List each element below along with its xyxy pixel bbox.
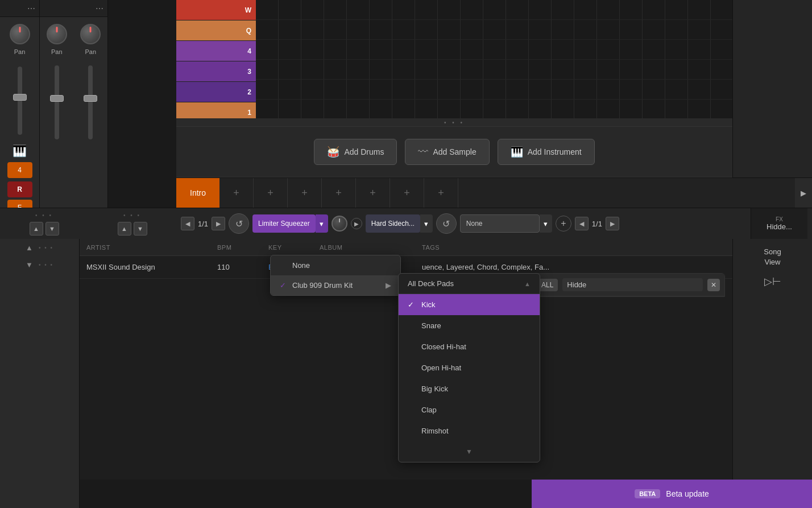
dropdown-none[interactable]: None bbox=[271, 255, 400, 275]
track-lane-2[interactable]: 2 bbox=[176, 82, 256, 102]
bottom-arrow-up[interactable]: ▲ bbox=[26, 243, 33, 252]
pad-type-kick[interactable]: ✓ Kick bbox=[399, 294, 540, 315]
add-drums-button[interactable]: 🥁 Add Drums bbox=[314, 139, 397, 165]
plus-tab-1[interactable]: + bbox=[219, 177, 254, 208]
sidechain-plugin-button[interactable]: Hard Sidech... bbox=[366, 214, 420, 233]
channel-1-header: ⋯ bbox=[0, 0, 39, 17]
big-kick-check bbox=[408, 385, 417, 393]
mixer-nav-left-2[interactable]: ◀ bbox=[575, 217, 589, 230]
icon-btn-4[interactable]: 4 bbox=[7, 162, 32, 178]
clap-label: Clap bbox=[421, 406, 437, 414]
pad-type-open-hihat[interactable]: Open Hi-hat bbox=[399, 357, 540, 378]
bottom-arrow-down[interactable]: ▼ bbox=[26, 261, 33, 269]
pad-scroll-up[interactable]: ▲ bbox=[524, 280, 531, 287]
channel-2-knobs: Pan Pan bbox=[40, 17, 107, 55]
track-label-4: 4 bbox=[247, 47, 251, 55]
beta-text: Beta update bbox=[666, 489, 709, 498]
channel-2-header: ⋯ bbox=[40, 0, 107, 17]
mixer-add-btn[interactable]: + bbox=[556, 216, 571, 232]
track-label-w: W bbox=[245, 6, 251, 14]
pan-knob-2-section: Pan bbox=[47, 24, 67, 55]
track-lanes: W Q 4 3 2 1 bbox=[176, 0, 256, 119]
intro-tab[interactable]: Intro bbox=[176, 177, 219, 208]
sidechain-dropdown-btn[interactable]: ▾ bbox=[420, 214, 433, 233]
browser-close-btn[interactable]: ✕ bbox=[707, 279, 720, 291]
browser-panel: ALL ✕ bbox=[532, 273, 725, 297]
arrangement-arrow-right[interactable]: ▶ bbox=[795, 177, 812, 208]
track-lane-w[interactable]: W bbox=[176, 0, 256, 20]
icon-btn-r[interactable]: R bbox=[7, 181, 32, 197]
pad-type-menu: All Deck Pads ▲ ✓ Kick Snare Closed Hi-h… bbox=[398, 273, 540, 462]
add-instrument-button[interactable]: 🎹 Add Instrument bbox=[498, 139, 595, 165]
fx-value: Hidde... bbox=[767, 222, 792, 231]
mixer-dots-2: • • • bbox=[123, 212, 141, 218]
browser-search-input[interactable] bbox=[562, 278, 703, 291]
fader-track-2a[interactable] bbox=[55, 65, 59, 139]
add-sample-button[interactable]: 〰 Add Sample bbox=[405, 139, 489, 165]
pad-type-snare[interactable]: Snare bbox=[399, 315, 540, 336]
plus-tab-5[interactable]: + bbox=[356, 177, 390, 208]
right-panel bbox=[732, 0, 812, 208]
pad-type-big-kick[interactable]: Big Kick bbox=[399, 378, 540, 399]
mixer-counter-right: 1/1 bbox=[592, 220, 602, 228]
piano-icon-btn[interactable]: 🎹 bbox=[13, 144, 27, 158]
snare-check bbox=[408, 321, 417, 330]
dropdown-club909[interactable]: ✓ Club 909 Drum Kit ▶ bbox=[271, 275, 400, 295]
pan-knob-2b[interactable] bbox=[80, 24, 101, 44]
channel-1-dots: ⋯ bbox=[27, 4, 36, 13]
fader-track-1[interactable] bbox=[18, 67, 22, 135]
pad-scroll-down[interactable]: ▼ bbox=[466, 448, 473, 456]
channel-1: ⋯ Pan 🎹 4 R F V bbox=[0, 0, 40, 239]
mixer-nav-right[interactable]: ▶ bbox=[212, 217, 225, 230]
limiter-dropdown-btn[interactable]: ▾ bbox=[316, 214, 328, 233]
mixer-chevron-up-2[interactable]: ▲ bbox=[118, 222, 131, 236]
track-lane-4[interactable]: 4 bbox=[176, 41, 256, 61]
pan-knob-3-section: Pan bbox=[80, 24, 101, 55]
closed-hihat-label: Closed Hi-hat bbox=[421, 342, 466, 351]
pan-knob-2a[interactable] bbox=[47, 24, 67, 44]
rotate-button[interactable]: ↺ bbox=[229, 213, 249, 234]
mixer-nav-left[interactable]: ◀ bbox=[181, 217, 194, 230]
plus-tab-7[interactable]: + bbox=[424, 177, 458, 208]
bottom-arrows-row: ▲ • • • bbox=[0, 239, 79, 256]
mixer-chevron-down-2[interactable]: ▼ bbox=[134, 222, 147, 236]
track-lane-3[interactable]: 3 bbox=[176, 61, 256, 82]
fader-handle-2a[interactable] bbox=[50, 95, 64, 102]
fader-track-2b[interactable] bbox=[88, 65, 93, 139]
mixer-nav-right-2[interactable]: ▶ bbox=[606, 217, 619, 230]
fx-panel[interactable]: FX Hidde... bbox=[751, 208, 807, 239]
mixer-left-controls: • • • ▲ ▼ bbox=[30, 212, 59, 236]
plus-tab-2[interactable]: + bbox=[254, 177, 288, 208]
mixer-chevron-up[interactable]: ▲ bbox=[30, 222, 43, 236]
channel-2-faders bbox=[40, 61, 107, 144]
cell-tags: uence, Layered, Chord, Complex, Fa... bbox=[415, 263, 732, 271]
fader-handle-2b[interactable] bbox=[84, 95, 97, 102]
mixer-dots-1: • • • bbox=[35, 212, 53, 218]
limiter-plugin-button[interactable]: Limiter Squeezer bbox=[252, 214, 316, 233]
plus-tab-6[interactable]: + bbox=[390, 177, 424, 208]
limiter-plugin-label: Limiter Squeezer bbox=[258, 220, 310, 228]
snare-label: Snare bbox=[421, 321, 441, 330]
dots-divider: • • • bbox=[176, 118, 732, 126]
add-instrument-icon: 🎹 bbox=[511, 146, 523, 158]
fader-1-section bbox=[18, 62, 22, 139]
channel-2-dots: ⋯ bbox=[96, 4, 104, 13]
beta-update-bar[interactable]: BETA Beta update bbox=[532, 480, 812, 508]
plus-tab-4[interactable]: + bbox=[322, 177, 356, 208]
mixer-chevron-down[interactable]: ▼ bbox=[45, 222, 59, 236]
none-plugin-button[interactable]: None bbox=[460, 214, 540, 233]
plus-tab-3[interactable]: + bbox=[288, 177, 322, 208]
arrangement-toolbar: Intro + + + + + + + ▶ bbox=[176, 177, 812, 208]
song-view-panel: SongView ▷⊢ bbox=[732, 239, 812, 508]
track-lane-q[interactable]: Q bbox=[176, 20, 256, 41]
pad-type-closed-hihat[interactable]: Closed Hi-hat bbox=[399, 336, 540, 357]
track-label-1: 1 bbox=[247, 109, 251, 117]
table-header: ARTIST BPM KEY ALBUM TAGS bbox=[80, 239, 732, 256]
pan-knob-1[interactable] bbox=[10, 24, 30, 44]
pad-type-rimshot[interactable]: Rimshot bbox=[399, 420, 540, 441]
rotate-button-2[interactable]: ↺ bbox=[436, 213, 457, 234]
fader-handle-1[interactable] bbox=[13, 94, 27, 101]
mixer-knob-1[interactable] bbox=[332, 216, 347, 232]
none-dropdown-btn[interactable]: ▾ bbox=[540, 214, 552, 233]
pad-type-clap[interactable]: Clap bbox=[399, 399, 540, 420]
